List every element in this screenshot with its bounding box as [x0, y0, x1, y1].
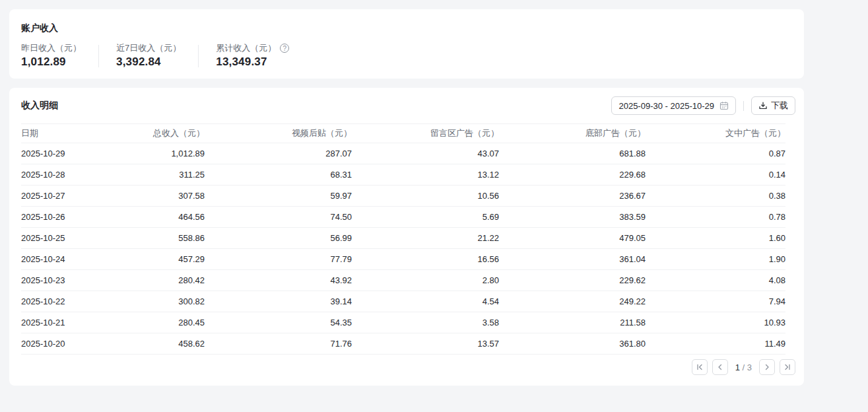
- cell-amount: 43.07: [352, 143, 499, 164]
- cell-amount: 1,012.89: [114, 143, 205, 164]
- cell-date: 2025-10-23: [21, 270, 114, 291]
- stat-label-text: 昨日收入（元）: [21, 43, 81, 53]
- date-range-value: 2025-09-30 - 2025-10-29: [618, 101, 714, 111]
- stat-label: 近7日收入（元）: [116, 43, 181, 53]
- cell-amount: 457.29: [114, 249, 205, 270]
- cell-amount: 59.97: [205, 186, 352, 207]
- stat-divider: [198, 45, 199, 67]
- stat-value: 1,012.89: [21, 55, 81, 69]
- cell-amount: 311.25: [114, 164, 205, 186]
- header-controls: 2025-09-30 - 2025-10-29: [611, 96, 795, 115]
- cell-amount: 13.12: [352, 164, 499, 186]
- page-indicator: 1 / 3: [735, 362, 752, 372]
- cell-amount: 21.22: [352, 228, 499, 249]
- column-header: 留言区广告（元）: [352, 124, 499, 143]
- cell-amount: 5.69: [352, 207, 499, 228]
- download-button[interactable]: 下载: [751, 96, 795, 115]
- date-range-picker[interactable]: 2025-09-30 - 2025-10-29: [611, 96, 736, 115]
- stat-label-text: 累计收入（元）: [216, 43, 276, 53]
- controls-divider: [743, 101, 744, 111]
- download-icon: [758, 101, 768, 110]
- cell-date: 2025-10-25: [21, 228, 114, 249]
- column-header: 底部广告（元）: [499, 124, 646, 143]
- cell-amount: 39.14: [205, 291, 352, 312]
- cell-amount: 558.86: [114, 228, 205, 249]
- income-table: 日期总收入（元）视频后贴（元）留言区广告（元）底部广告（元）文中广告（元） 20…: [21, 123, 785, 355]
- cell-amount: 54.35: [205, 312, 352, 333]
- cell-amount: 4.08: [646, 270, 785, 291]
- column-header: 视频后贴（元）: [205, 124, 352, 143]
- cell-amount: 464.56: [114, 207, 205, 228]
- last-page-button[interactable]: [780, 359, 795, 375]
- account-income-title: 账户收入: [21, 22, 792, 34]
- cell-amount: 43.92: [205, 270, 352, 291]
- cell-amount: 74.50: [205, 207, 352, 228]
- next-page-button[interactable]: [759, 359, 775, 375]
- cell-amount: 287.07: [205, 143, 352, 164]
- cell-amount: 0.38: [646, 186, 785, 207]
- cell-amount: 11.49: [646, 333, 785, 355]
- stat-label-text: 近7日收入（元）: [116, 43, 181, 53]
- cell-amount: 211.58: [499, 312, 646, 333]
- cell-amount: 16.56: [352, 249, 499, 270]
- column-header: 总收入（元）: [114, 124, 205, 143]
- help-icon[interactable]: ?: [280, 44, 289, 53]
- cell-amount: 71.76: [205, 333, 352, 355]
- cell-amount: 10.56: [352, 186, 499, 207]
- cell-amount: 300.82: [114, 291, 205, 312]
- stat-block: 累计收入（元）?13,349.37: [216, 43, 289, 69]
- first-page-button[interactable]: [692, 359, 708, 375]
- cell-amount: 10.93: [646, 312, 785, 333]
- cell-amount: 458.62: [114, 333, 205, 355]
- prev-page-icon: [716, 363, 724, 371]
- income-table-wrap: 日期总收入（元）视频后贴（元）留言区广告（元）底部广告（元）文中广告（元） 20…: [9, 123, 804, 355]
- table-row: 2025-10-291,012.89287.0743.07681.880.87: [21, 143, 785, 164]
- column-header: 日期: [21, 124, 114, 143]
- cell-amount: 249.22: [499, 291, 646, 312]
- cell-date: 2025-10-22: [21, 291, 114, 312]
- pagination: 1 / 3: [692, 359, 795, 375]
- table-row: 2025-10-22300.8239.144.54249.227.94: [21, 291, 785, 312]
- account-income-card: 账户收入 昨日收入（元）1,012.89近7日收入（元）3,392.84累计收入…: [9, 9, 804, 79]
- current-page: 1: [735, 362, 740, 372]
- cell-date: 2025-10-20: [21, 333, 114, 355]
- table-row: 2025-10-28311.2568.3113.12229.680.14: [21, 164, 785, 186]
- cell-amount: 0.78: [646, 207, 785, 228]
- cell-amount: 0.14: [646, 164, 785, 186]
- stat-label: 累计收入（元）?: [216, 43, 289, 53]
- next-page-icon: [763, 363, 771, 371]
- table-row: 2025-10-27307.5859.9710.56236.670.38: [21, 186, 785, 207]
- stat-value: 3,392.84: [116, 55, 181, 69]
- total-pages: 3: [747, 362, 752, 372]
- stats-row: 昨日收入（元）1,012.89近7日收入（元）3,392.84累计收入（元）?1…: [21, 43, 792, 69]
- stat-block: 昨日收入（元）1,012.89: [21, 43, 81, 69]
- income-detail-header: 收入明细 2025-09-30 - 2025-10-29: [9, 88, 804, 123]
- cell-amount: 68.31: [205, 164, 352, 186]
- stat-label: 昨日收入（元）: [21, 43, 81, 53]
- stat-divider: [98, 45, 99, 67]
- cell-amount: 361.80: [499, 333, 646, 355]
- prev-page-button[interactable]: [712, 359, 728, 375]
- cell-amount: 2.80: [352, 270, 499, 291]
- stat-block: 近7日收入（元）3,392.84: [116, 43, 181, 69]
- income-detail-card: 收入明细 2025-09-30 - 2025-10-29: [9, 88, 804, 386]
- table-row: 2025-10-20458.6271.7613.57361.8011.49: [21, 333, 785, 355]
- cell-amount: 1.60: [646, 228, 785, 249]
- cell-amount: 383.59: [499, 207, 646, 228]
- cell-amount: 361.04: [499, 249, 646, 270]
- stat-value: 13,349.37: [216, 55, 289, 69]
- table-row: 2025-10-25558.8656.9921.22479.051.60: [21, 228, 785, 249]
- table-row: 2025-10-23280.4243.922.80229.624.08: [21, 270, 785, 291]
- cell-amount: 4.54: [352, 291, 499, 312]
- cell-amount: 0.87: [646, 143, 785, 164]
- cell-amount: 3.58: [352, 312, 499, 333]
- table-row: 2025-10-21280.4554.353.58211.5810.93: [21, 312, 785, 333]
- download-label: 下载: [771, 100, 788, 112]
- cell-amount: 681.88: [499, 143, 646, 164]
- cell-amount: 1.90: [646, 249, 785, 270]
- cell-amount: 77.79: [205, 249, 352, 270]
- cell-amount: 13.57: [352, 333, 499, 355]
- cell-date: 2025-10-24: [21, 249, 114, 270]
- cell-date: 2025-10-28: [21, 164, 114, 186]
- cell-date: 2025-10-27: [21, 186, 114, 207]
